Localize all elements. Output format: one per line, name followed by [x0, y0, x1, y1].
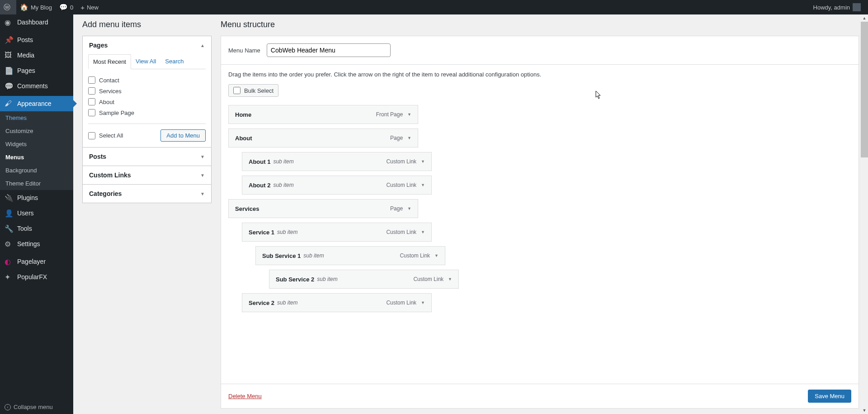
- wp-logo[interactable]: ⓦ: [0, 0, 16, 14]
- save-menu-button[interactable]: Save Menu: [808, 390, 851, 403]
- comments-link[interactable]: 💬0: [56, 0, 77, 14]
- caret-down-icon[interactable]: ▼: [421, 159, 425, 164]
- new-link[interactable]: +New: [77, 0, 102, 14]
- settings-icon: ⚙: [5, 240, 14, 248]
- caret-up-icon: ▲: [200, 43, 205, 48]
- media-icon: 🖼: [5, 51, 14, 59]
- page-checkbox[interactable]: [88, 76, 95, 84]
- plus-icon: +: [80, 4, 85, 11]
- submenu-themes[interactable]: Themes: [0, 111, 73, 124]
- admin-sidebar: ◉Dashboard 📌Posts 🖼Media 📄Pages 💬Comment…: [0, 14, 73, 414]
- caret-down-icon[interactable]: ▼: [407, 206, 411, 211]
- menu-item[interactable]: About 2sub itemCustom Link▼: [242, 176, 432, 195]
- nav-media[interactable]: 🖼Media: [0, 48, 73, 63]
- caret-down-icon[interactable]: ▼: [448, 277, 452, 281]
- nav-pages[interactable]: 📄Pages: [0, 63, 73, 78]
- howdy-text: Howdy, admin: [813, 4, 850, 11]
- menu-structure-column: Menu structure Menu Name Drag the items …: [221, 20, 859, 409]
- site-link[interactable]: 🏠My Blog: [16, 0, 56, 14]
- submenu-background[interactable]: Background: [0, 164, 73, 177]
- menu-item[interactable]: About 1sub itemCustom Link▼: [242, 152, 432, 171]
- nav-appearance[interactable]: 🖌Appearance: [0, 96, 73, 111]
- page-checkbox-row[interactable]: Services: [88, 86, 206, 96]
- dashboard-icon: ◉: [5, 18, 14, 27]
- bulk-select-checkbox[interactable]: [233, 87, 241, 94]
- nav-users[interactable]: 👤Users: [0, 205, 73, 221]
- submenu-menus[interactable]: Menus: [0, 151, 73, 164]
- caret-down-icon: ▼: [200, 173, 205, 178]
- caret-down-icon[interactable]: ▼: [421, 300, 425, 305]
- accordion-customlinks-header[interactable]: Custom Links▼: [83, 166, 211, 184]
- scrollbar-thumb[interactable]: [861, 22, 868, 157]
- caret-down-icon: ▼: [200, 191, 205, 196]
- menu-item[interactable]: Service 2sub itemCustom Link▼: [242, 293, 432, 312]
- menu-item-type: Custom Link: [400, 252, 430, 259]
- avatar: [853, 3, 861, 11]
- admin-bar-left: ⓦ 🏠My Blog 💬0 +New: [0, 0, 102, 14]
- tab-view-all[interactable]: View All: [131, 54, 160, 69]
- menu-item-type: Custom Link: [386, 158, 416, 165]
- nav-posts[interactable]: 📌Posts: [0, 32, 73, 48]
- tab-most-recent[interactable]: Most Recent: [88, 54, 131, 69]
- sub-item-label: sub item: [317, 276, 337, 282]
- accordion-pages-header[interactable]: Pages▲: [83, 36, 211, 54]
- caret-down-icon[interactable]: ▼: [407, 136, 411, 140]
- tab-search[interactable]: Search: [160, 54, 188, 69]
- nav-comments[interactable]: 💬Comments: [0, 78, 73, 94]
- wordpress-icon: ⓦ: [4, 3, 10, 12]
- nav-settings[interactable]: ⚙Settings: [0, 236, 73, 252]
- menu-item[interactable]: ServicesPage▼: [228, 199, 418, 218]
- page-label: Contact: [99, 77, 119, 84]
- delete-menu-link[interactable]: Delete Menu: [228, 393, 262, 400]
- submenu-theme-editor[interactable]: Theme Editor: [0, 177, 73, 190]
- nav-pagelayer[interactable]: ◐Pagelayer: [0, 254, 73, 269]
- scroll-up-icon[interactable]: ▲: [861, 14, 868, 22]
- popularfx-icon: ✦: [5, 273, 14, 281]
- scroll-down-icon[interactable]: ▼: [861, 407, 868, 414]
- caret-down-icon[interactable]: ▼: [407, 112, 411, 117]
- accordion-posts-header[interactable]: Posts▼: [83, 147, 211, 166]
- select-all-row: Select All Add to Menu: [88, 124, 206, 142]
- howdy-link[interactable]: Howdy, admin: [810, 0, 864, 14]
- nav-popularfx[interactable]: ✦PopularFX: [0, 269, 73, 285]
- home-icon: 🏠: [20, 3, 28, 11]
- add-to-menu-button[interactable]: Add to Menu: [160, 129, 206, 142]
- page-checkbox[interactable]: [88, 87, 95, 95]
- menu-item[interactable]: HomeFront Page▼: [228, 105, 418, 124]
- page-checkbox[interactable]: [88, 109, 95, 116]
- submenu-widgets[interactable]: Widgets: [0, 138, 73, 151]
- collapse-menu[interactable]: ‹Collapse menu: [0, 400, 73, 414]
- page-scrollbar[interactable]: ▲ ▼: [861, 14, 868, 414]
- menu-item[interactable]: Sub Service 1sub itemCustom Link▼: [255, 246, 445, 265]
- nav-plugins[interactable]: 🔌Plugins: [0, 190, 73, 205]
- menu-item[interactable]: Service 1sub itemCustom Link▼: [242, 223, 432, 242]
- pin-icon: 📌: [5, 36, 14, 44]
- select-all-checkbox[interactable]: [88, 132, 95, 139]
- accordion-categories-header[interactable]: Categories▼: [83, 184, 211, 203]
- nav-tools[interactable]: 🔧Tools: [0, 221, 73, 236]
- menu-name-label: Menu Name: [228, 47, 260, 54]
- nav-dashboard[interactable]: ◉Dashboard: [0, 14, 73, 30]
- menu-item[interactable]: AboutPage▼: [228, 128, 418, 148]
- page-icon: 📄: [5, 67, 14, 75]
- page-checkbox[interactable]: [88, 98, 95, 105]
- menu-item-type: Front Page: [376, 111, 403, 118]
- menu-item-type: Custom Link: [413, 276, 443, 282]
- caret-down-icon[interactable]: ▼: [421, 183, 425, 187]
- page-checkbox-row[interactable]: Contact: [88, 75, 206, 86]
- menu-item-title: Sub Service 1: [262, 252, 301, 259]
- page-label: About: [99, 99, 114, 105]
- menu-item-type: Page: [390, 205, 403, 212]
- select-all[interactable]: Select All: [88, 130, 123, 141]
- main-container: ◉Dashboard 📌Posts 🖼Media 📄Pages 💬Comment…: [0, 14, 868, 414]
- page-label: Sample Page: [99, 109, 134, 116]
- bulk-select[interactable]: Bulk Select: [228, 84, 278, 97]
- user-icon: 👤: [5, 209, 14, 218]
- menu-name-input[interactable]: [267, 43, 391, 57]
- menu-item[interactable]: Sub Service 2sub itemCustom Link▼: [269, 270, 459, 289]
- page-checkbox-row[interactable]: About: [88, 96, 206, 107]
- caret-down-icon[interactable]: ▼: [421, 230, 425, 234]
- page-checkbox-row[interactable]: Sample Page: [88, 107, 206, 118]
- caret-down-icon[interactable]: ▼: [434, 253, 439, 258]
- submenu-customize[interactable]: Customize: [0, 124, 73, 138]
